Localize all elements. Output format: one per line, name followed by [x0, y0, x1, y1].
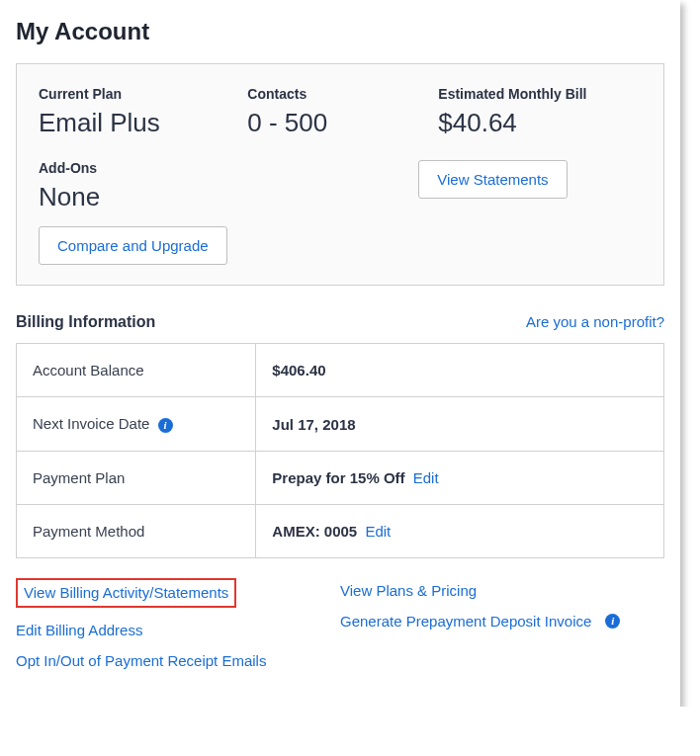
- current-plan-block: Current Plan Email Plus: [39, 86, 237, 138]
- account-balance-value: $406.40: [256, 344, 664, 397]
- estimated-bill-block: Estimated Monthly Bill $40.64: [438, 86, 661, 138]
- payment-method-label: Payment Method: [17, 504, 256, 557]
- payment-plan-label: Payment Plan: [17, 451, 256, 504]
- payment-method-value-cell: AMEX: 0005 Edit: [256, 504, 664, 557]
- page-title: My Account: [16, 18, 664, 45]
- contacts-label: Contacts: [247, 86, 428, 102]
- current-plan-label: Current Plan: [39, 86, 237, 102]
- plan-summary-panel: Current Plan Email Plus Contacts 0 - 500…: [16, 63, 664, 286]
- addons-label: Add-Ons: [39, 160, 237, 176]
- contacts-value: 0 - 500: [247, 108, 428, 138]
- payment-plan-edit-link[interactable]: Edit: [413, 469, 439, 486]
- my-account-page: My Account Current Plan Email Plus Conta…: [0, 0, 680, 707]
- view-statements-button[interactable]: View Statements: [418, 160, 567, 199]
- next-invoice-value: Jul 17, 2018: [256, 397, 664, 452]
- estimated-bill-label: Estimated Monthly Bill: [438, 86, 661, 102]
- account-balance-label: Account Balance: [17, 344, 256, 397]
- info-icon[interactable]: [158, 418, 173, 433]
- edit-billing-address-link[interactable]: Edit Billing Address: [16, 622, 142, 638]
- view-billing-activity-link[interactable]: View Billing Activity/Statements: [24, 584, 228, 601]
- nonprofit-link[interactable]: Are you a non-profit?: [526, 313, 664, 330]
- table-row: Payment Plan Prepay for 15% Off Edit: [17, 451, 664, 504]
- addons-value: None: [39, 182, 237, 212]
- highlight-box: View Billing Activity/Statements: [16, 578, 236, 608]
- payment-method-edit-link[interactable]: Edit: [365, 523, 391, 540]
- view-plans-pricing-link[interactable]: View Plans & Pricing: [340, 582, 477, 599]
- billing-table: Account Balance $406.40 Next Invoice Dat…: [16, 343, 664, 558]
- payment-method-value: AMEX: 0005: [272, 523, 357, 540]
- info-icon[interactable]: [605, 614, 620, 629]
- table-row: Account Balance $406.40: [17, 344, 664, 397]
- billing-section-title: Billing Information: [16, 313, 155, 331]
- generate-prepay-invoice-link[interactable]: Generate Prepayment Deposit Invoice: [340, 613, 591, 630]
- payment-plan-value: Prepay for 15% Off: [272, 469, 404, 486]
- next-invoice-label-cell: Next Invoice Date: [17, 397, 256, 452]
- next-invoice-label: Next Invoice Date: [33, 415, 149, 432]
- payment-plan-value-cell: Prepay for 15% Off Edit: [256, 451, 664, 504]
- table-row: Payment Method AMEX: 0005 Edit: [17, 504, 664, 557]
- table-row: Next Invoice Date Jul 17, 2018: [17, 397, 664, 452]
- compare-upgrade-button[interactable]: Compare and Upgrade: [39, 226, 227, 265]
- estimated-bill-value: $40.64: [438, 108, 661, 138]
- current-plan-value: Email Plus: [39, 108, 237, 138]
- addons-block: Add-Ons None Compare and Upgrade: [39, 160, 237, 265]
- opt-receipt-emails-link[interactable]: Opt In/Out of Payment Receipt Emails: [16, 652, 266, 669]
- contacts-block: Contacts 0 - 500: [247, 86, 428, 138]
- bottom-links: View Billing Activity/Statements Edit Bi…: [16, 578, 664, 683]
